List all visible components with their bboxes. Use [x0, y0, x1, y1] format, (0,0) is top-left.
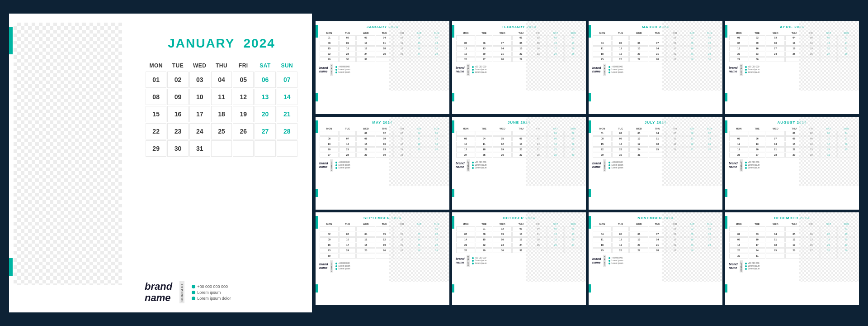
sm-header: MON [456, 31, 475, 35]
sm-header: MON [320, 31, 339, 35]
sm-contact-label: CONTACT [740, 64, 743, 76]
sm-cal-cell: 13 [629, 237, 648, 242]
sm-cal-cell: 06 [749, 136, 765, 141]
large-cal-cell: 29 [146, 140, 166, 157]
sm-header: WED [766, 31, 785, 35]
sm-contact-info: +00 000 000 Lorem ipsum Lorem ipsum [335, 262, 350, 270]
sm-web-text: Lorem ipsum [748, 268, 760, 270]
sm-header: TUE [339, 127, 356, 130]
sm-email: Lorem ipsum [745, 68, 760, 71]
sm-cal-cell: 15 [476, 237, 492, 242]
sm-email-dot [335, 265, 337, 267]
sm-teal-top [589, 216, 591, 229]
sm-cal-cell: 21 [493, 52, 512, 57]
sm-teal-top [316, 216, 318, 229]
sm-cal-cell [320, 226, 339, 231]
sm-header: TUE [339, 31, 356, 35]
sm-cal-cell [456, 131, 475, 136]
teal-bar-top [9, 27, 13, 54]
sm-photo-area [662, 117, 722, 187]
sm-cal-cell: 31 [629, 153, 648, 158]
sm-email-dot [335, 164, 337, 166]
sm-cal-cell: 09 [339, 41, 356, 46]
small-calendar-october: OCTOBER 2024MONTUEWEDTHUFRISATSUN0102030… [452, 212, 586, 305]
sm-cal-cell: 24 [629, 147, 648, 152]
sm-cal-cell: 29 [593, 153, 612, 158]
sm-cal-cell: 02 [493, 226, 512, 231]
sm-contact-info: +00 000 000 Lorem ipsum Lorem ipsum [472, 161, 486, 169]
sm-photo-area [799, 117, 859, 187]
sm-cal-cell: 23 [493, 243, 512, 248]
sm-web: Lorem ipsum [335, 71, 350, 73]
sm-email: Lorem ipsum [745, 164, 760, 166]
sm-cal-cell: 28 [493, 57, 512, 62]
sm-web-dot [335, 268, 337, 270]
sm-web-dot [609, 167, 610, 169]
sm-contact-info: +00 000 000 Lorem ipsum Lorem ipsum [745, 262, 760, 270]
sm-photo-area [526, 212, 586, 282]
sm-teal-top [725, 120, 727, 133]
sm-header: MON [729, 222, 748, 226]
sm-cal-cell: 01 [320, 35, 339, 40]
sm-web-text: Lorem ipsum [611, 262, 623, 264]
small-calendar-april: APRIL 2024MONTUEWEDTHUFRISATSUN010203040… [725, 21, 859, 114]
phone-row: +00 000 000 000 [192, 284, 231, 289]
sm-month-name: SEPTEMBER [363, 216, 390, 220]
sm-web-text: Lorem ipsum [475, 167, 486, 169]
sm-teal-top [452, 25, 454, 38]
sm-contact-label: CONTACT [467, 159, 470, 172]
sm-cal-cell: 06 [629, 232, 648, 237]
sm-email-dot [745, 69, 747, 71]
sm-cal-cell: 25 [476, 153, 492, 158]
sm-email: Lorem ipsum [472, 259, 486, 262]
sm-cal-cell: 03 [629, 131, 648, 136]
sm-web-dot [335, 72, 337, 73]
sm-cal-cell: 30 [612, 153, 629, 158]
sm-contact-label: CONTACT [330, 159, 333, 172]
sm-web-text: Lorem ipsum [338, 71, 350, 73]
sm-month-name: DECEMBER [774, 216, 799, 220]
sm-cal-cell: 15 [593, 142, 612, 147]
sm-brand: brandname [592, 257, 601, 264]
large-cal-cell: 27 [255, 123, 275, 139]
sm-cal-cell [629, 226, 648, 231]
sm-email-text: Lorem ipsum [611, 68, 623, 71]
sm-email-dot [472, 69, 474, 71]
sm-cal-cell: 28 [339, 153, 356, 158]
sm-cal-cell: 17 [356, 46, 375, 51]
sm-cal-cell: 31 [749, 254, 765, 259]
sm-cal-cell: 22 [593, 147, 612, 152]
sm-phone-dot [745, 162, 747, 163]
sm-web: Lorem ipsum [472, 167, 486, 169]
sm-cal-cell: 24 [749, 248, 765, 253]
sm-cal-cell: 12 [612, 237, 629, 242]
contact-sidebar-label: CONTACT [179, 281, 184, 303]
sm-cal-cell: 08 [729, 41, 748, 46]
sm-phone-dot [745, 263, 747, 264]
large-cal-cell: 05 [233, 72, 254, 88]
large-header-mon: MON [146, 61, 166, 71]
sm-cal-cell: 25 [593, 248, 612, 253]
website-text: Lorem ipsum dolor [197, 296, 231, 301]
sm-phone-text: +00 000 000 [338, 66, 349, 68]
sm-header: WED [356, 222, 375, 226]
sm-cal-cell: 16 [612, 142, 629, 147]
sm-cal-cell: 22 [476, 243, 492, 248]
sm-brand: brandname [456, 257, 464, 264]
sm-email-dot [609, 164, 610, 166]
sm-cal-cell: 30 [320, 254, 339, 259]
sm-cal-cell: 17 [339, 243, 356, 248]
sm-photo-area [526, 117, 586, 187]
sm-cal-cell: 27 [749, 153, 765, 158]
sm-cal-cell: 26 [493, 153, 512, 158]
sm-cal-cell: 07 [493, 41, 512, 46]
sm-header: WED [493, 31, 512, 35]
sm-phone-dot [609, 66, 610, 68]
large-cal-cell: 02 [167, 72, 188, 88]
large-cal-cell: 16 [167, 106, 188, 122]
large-cal-cell: 08 [146, 89, 166, 105]
sm-web-dot [609, 263, 610, 264]
sm-contact-label: CONTACT [740, 159, 743, 172]
sm-header: WED [629, 127, 648, 130]
sm-cal-cell: 09 [612, 136, 629, 141]
